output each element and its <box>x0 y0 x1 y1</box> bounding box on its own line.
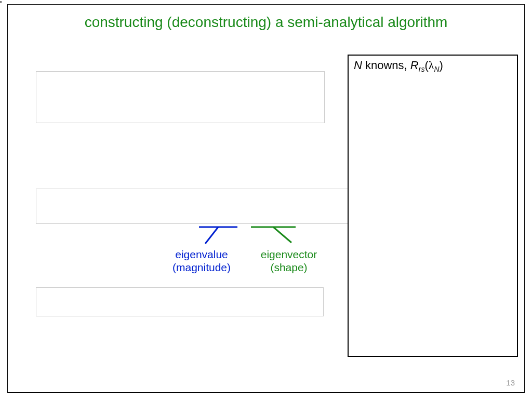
var-N: N <box>354 59 362 72</box>
knowns-panel: N knowns, Rrs(λN) <box>348 55 518 357</box>
eigenvalue-label: eigenvalue (magnitude) <box>163 248 241 274</box>
knowns-text: N knowns, Rrs(λN) <box>354 59 443 73</box>
eigenvalue-l1: eigenvalue <box>163 248 241 261</box>
lambda-symbol: λ <box>429 59 434 72</box>
slide-title: constructing (deconstructing) a semi-ana… <box>8 14 524 31</box>
eigenvector-l2: (shape) <box>250 261 328 274</box>
sub-N: N <box>434 65 439 73</box>
eigenvalue-l2: (magnitude) <box>163 261 241 274</box>
placeholder-box-3 <box>36 287 324 316</box>
eigenvector-label: eigenvector (shape) <box>250 248 328 274</box>
paren-close: ) <box>440 59 443 72</box>
corner-mark: ■ <box>0 0 2 3</box>
eigenvalue-dline <box>205 227 218 244</box>
page-number: 13 <box>506 378 515 387</box>
placeholder-box-1 <box>36 71 325 123</box>
eigenvector-dline <box>273 227 291 243</box>
var-R: R <box>410 59 419 72</box>
placeholder-box-2 <box>36 189 353 224</box>
text-knowns: knowns, <box>362 59 410 72</box>
sub-rs: rs <box>419 65 425 73</box>
paren-open: ( <box>424 59 428 72</box>
eigenvector-l1: eigenvector <box>250 248 328 261</box>
annotation-lines <box>190 223 325 249</box>
slide-frame: constructing (deconstructing) a semi-ana… <box>7 4 525 393</box>
